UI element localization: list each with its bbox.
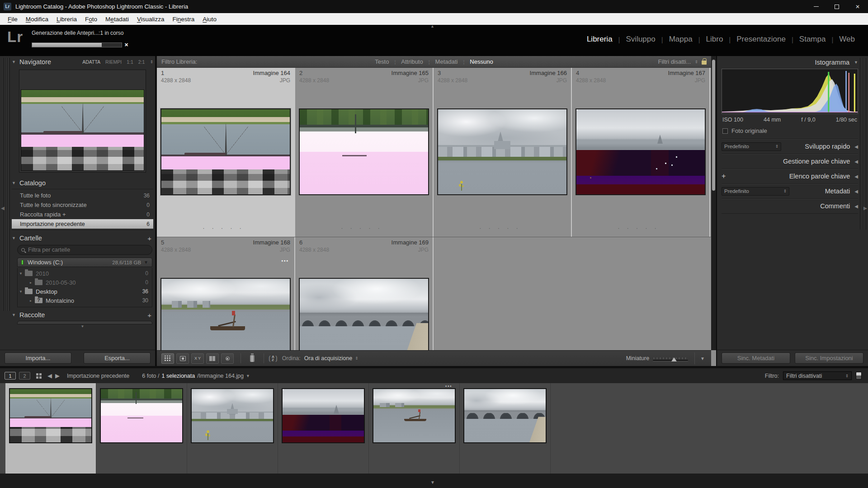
- close-button[interactable]: ✕: [847, 0, 868, 13]
- module-libreria[interactable]: Libreria: [581, 35, 618, 44]
- collapse-left-panel-icon[interactable]: ◀: [1, 206, 5, 211]
- filter-tab-attributo[interactable]: Attributo: [396, 58, 428, 65]
- progress-cancel-icon[interactable]: ✕: [123, 42, 129, 48]
- loupe-view-button[interactable]: [176, 353, 189, 364]
- navigator-preview[interactable]: [19, 70, 146, 173]
- zoom-mode-1-1[interactable]: 1:1: [127, 59, 133, 65]
- collapse-right-panel-icon[interactable]: ▶: [863, 206, 867, 211]
- menu-finestra[interactable]: Finestra: [168, 13, 198, 25]
- main-window-button[interactable]: 1: [5, 372, 16, 380]
- folder-row-2010-05-30[interactable]: ▸ 2010-05-300: [18, 278, 152, 287]
- module-presentazione[interactable]: Presentazione: [731, 35, 792, 44]
- filter-preset-dropdown[interactable]: Filtri disatti...: [658, 58, 691, 65]
- navigator-header[interactable]: ▼ Navigatore ADATTA RIEMPI 1:1 2:1 ⇕: [12, 56, 153, 68]
- filmstrip-thumb-immagine-164[interactable]: [5, 383, 96, 474]
- grid-cell-immagine-166[interactable]: 34288 x 2848 Immagine 166JPG ·····: [434, 68, 572, 237]
- catalog-item-foto-sincronizzate[interactable]: Tutte le foto sincronizzate0: [12, 200, 153, 210]
- grid-cell-immagine-164[interactable]: 14288 x 2848 Immagine 164JPG ·····: [157, 68, 295, 237]
- right-panel-scrollbar[interactable]: [860, 58, 866, 230]
- filmstrip-source[interactable]: Importazione precedente: [67, 373, 129, 379]
- photo-thumbnail-immagine-165[interactable]: [299, 108, 429, 195]
- module-web[interactable]: Web: [833, 35, 861, 44]
- survey-view-button[interactable]: [206, 353, 219, 364]
- metadata-header[interactable]: Predefinito⇕ Metadati ◀: [722, 184, 858, 199]
- filter-toggle-icon[interactable]: [856, 372, 862, 380]
- menu-foto[interactable]: Foto: [81, 13, 101, 25]
- thumbnail-size-slider[interactable]: [653, 355, 688, 362]
- menu-file[interactable]: File: [4, 13, 22, 25]
- chevron-down-icon[interactable]: ▼: [246, 374, 250, 378]
- rating-dots[interactable]: ·····: [572, 225, 709, 231]
- module-mappa[interactable]: Mappa: [663, 35, 698, 44]
- catalog-item-raccolta-rapida[interactable]: Raccolta rapida +0: [12, 210, 153, 219]
- zoom-spinner-icon[interactable]: ⇕: [150, 60, 153, 64]
- filter-tab-testo[interactable]: Testo: [369, 58, 394, 65]
- toolbar-options-icon[interactable]: ▼: [700, 356, 705, 361]
- sync-settings-button[interactable]: Sinc. Impostazioni: [795, 352, 863, 364]
- folder-row-desktop[interactable]: ▼ Desktop36: [18, 287, 152, 296]
- rating-dots[interactable]: ·····: [434, 225, 571, 231]
- rating-dots[interactable]: ·····: [157, 225, 294, 231]
- back-arrow-icon[interactable]: ◀: [47, 372, 52, 379]
- zoom-mode-riempi[interactable]: RIEMPI: [105, 59, 122, 65]
- filmstrip-thumb-immagine-168[interactable]: [369, 383, 460, 474]
- grid-scrollbar-thumb[interactable]: [712, 60, 715, 191]
- module-libro[interactable]: Libro: [700, 35, 729, 44]
- cell-extras-dots-icon[interactable]: •••: [281, 258, 289, 263]
- menu-aiuto[interactable]: Aiuto: [198, 13, 221, 25]
- filmstrip-filter-dropdown[interactable]: Filtri disattivati⇕: [783, 371, 852, 380]
- comments-header[interactable]: Commenti ◀: [722, 199, 858, 214]
- sort-direction-icon[interactable]: ⟮AZ⟯: [269, 354, 278, 362]
- go-to-grid-icon[interactable]: [36, 373, 42, 379]
- photo-thumbnail-immagine-166[interactable]: [437, 108, 567, 195]
- import-button[interactable]: Importa...: [5, 352, 71, 364]
- original-photo-checkbox[interactable]: [722, 128, 728, 134]
- grid-cell-immagine-165[interactable]: 24288 x 2848 Immagine 165JPG ·····: [295, 68, 434, 237]
- filmstrip-thumb-immagine-166[interactable]: [187, 383, 278, 474]
- menu-metadati[interactable]: Metadati: [101, 13, 133, 25]
- filmstrip-thumb-immagine-165[interactable]: [96, 383, 187, 474]
- folder-row-montalcino[interactable]: ▸ Montalcino30: [18, 296, 152, 305]
- photo-thumbnail-immagine-164[interactable]: [160, 108, 291, 195]
- sync-metadata-button[interactable]: Sinc. Metadati: [722, 352, 790, 364]
- filter-lock-icon[interactable]: [702, 61, 707, 65]
- grid-scrollbar[interactable]: [711, 56, 716, 350]
- maximize-button[interactable]: [826, 0, 847, 13]
- zoom-mode-2-1[interactable]: 2:1: [138, 59, 145, 65]
- add-keyword-icon[interactable]: +: [722, 172, 726, 180]
- menu-libreria[interactable]: Libreria: [52, 13, 81, 25]
- photo-thumbnail-immagine-169[interactable]: [299, 278, 429, 350]
- add-folder-icon[interactable]: +: [147, 235, 153, 242]
- quick-develop-header[interactable]: Predefinito⇕ Sviluppo rapido ◀: [722, 139, 858, 154]
- add-collection-icon[interactable]: +: [147, 311, 153, 319]
- rating-dots[interactable]: ·····: [295, 225, 433, 231]
- keywording-header[interactable]: Gestione parole chiave ◀: [722, 154, 858, 169]
- second-window-button[interactable]: 2: [19, 372, 30, 380]
- keyword-list-header[interactable]: + Elenco parole chiave ◀: [722, 169, 858, 184]
- grid-cell-immagine-168[interactable]: 54288 x 2848 Immagine 168JPG •••: [157, 237, 295, 350]
- zoom-mode-adatta[interactable]: ADATTA: [82, 59, 100, 65]
- catalog-item-importazione-precedente[interactable]: Importazione precedente6: [12, 219, 153, 229]
- export-button[interactable]: Esporta...: [84, 352, 151, 364]
- collapse-top-panel-icon[interactable]: ▲: [430, 24, 434, 28]
- metadata-preset-dropdown[interactable]: Predefinito⇕: [722, 187, 789, 196]
- grid-cell-immagine-169[interactable]: 64288 x 2848 Immagine 169JPG: [295, 237, 434, 350]
- menu-modifica[interactable]: Modifica: [22, 13, 52, 25]
- people-view-button[interactable]: [221, 353, 234, 364]
- module-stampa[interactable]: Stampa: [793, 35, 832, 44]
- folders-header[interactable]: ▼ Cartelle +: [12, 232, 153, 244]
- filmstrip-thumb-immagine-167[interactable]: [278, 383, 369, 474]
- collections-header[interactable]: ▼ Raccolte +: [12, 309, 153, 321]
- left-panel-scrollbar[interactable]: [4, 58, 10, 311]
- compare-view-button[interactable]: X Y: [191, 353, 204, 364]
- menu-visualizza[interactable]: Visualizza: [133, 13, 169, 25]
- filter-tab-nessuno[interactable]: Nessuno: [464, 58, 498, 65]
- histogram-header[interactable]: Istogramma ▼: [722, 56, 858, 69]
- catalog-item-tutte-le-foto[interactable]: Tutte le foto36: [12, 191, 153, 200]
- painter-spray-icon[interactable]: [250, 355, 255, 362]
- sort-value-dropdown[interactable]: Ora di acquisizione: [304, 355, 352, 361]
- catalog-header[interactable]: ▼ Catalogo: [12, 177, 153, 189]
- slider-thumb[interactable]: [671, 357, 677, 361]
- module-sviluppo[interactable]: Sviluppo: [620, 35, 661, 44]
- folder-filter-input[interactable]: [28, 247, 118, 253]
